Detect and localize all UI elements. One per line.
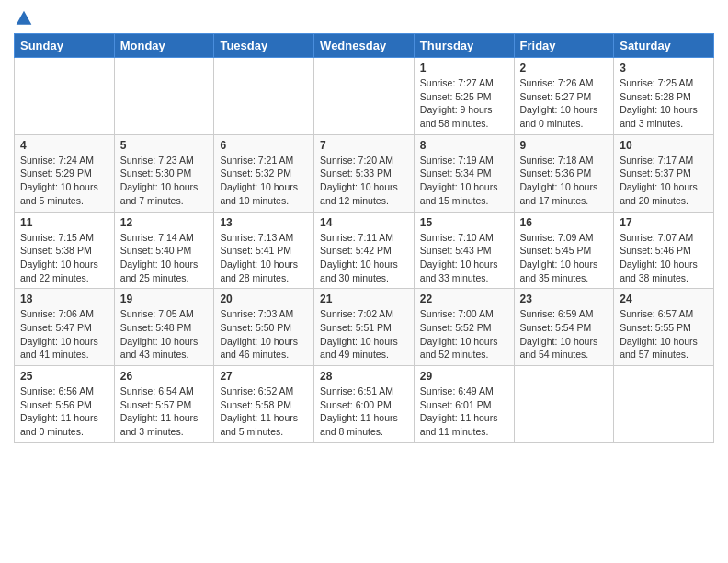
calendar-cell: 27Sunrise: 6:52 AMSunset: 5:58 PMDayligh… [214,366,314,443]
day-number: 7 [320,139,408,152]
day-info: Sunrise: 7:17 AMSunset: 5:37 PMDaylight:… [620,154,708,208]
day-info: Sunrise: 7:09 AMSunset: 5:45 PMDaylight:… [520,231,609,285]
weekday-header-thursday: Thursday [414,34,514,58]
calendar-week-4: 25Sunrise: 6:56 AMSunset: 5:56 PMDayligh… [15,366,714,443]
day-info: Sunrise: 6:51 AMSunset: 6:00 PMDaylight:… [320,385,408,439]
calendar-cell: 12Sunrise: 7:14 AMSunset: 5:40 PMDayligh… [114,212,214,289]
day-info: Sunrise: 7:10 AMSunset: 5:43 PMDaylight:… [420,231,508,285]
day-number: 15 [420,216,508,229]
calendar-cell [514,366,614,443]
day-number: 8 [420,139,508,152]
weekday-header-wednesday: Wednesday [314,34,415,58]
calendar-cell [214,58,314,135]
calendar-cell [314,58,415,135]
calendar-cell [114,58,214,135]
calendar-cell: 8Sunrise: 7:19 AMSunset: 5:34 PMDaylight… [414,134,514,212]
day-info: Sunrise: 6:52 AMSunset: 5:58 PMDaylight:… [220,385,308,439]
day-info: Sunrise: 7:25 AMSunset: 5:28 PMDaylight:… [620,76,708,131]
logo-text [14,9,33,28]
day-number: 19 [120,293,209,305]
day-info: Sunrise: 6:57 AMSunset: 5:55 PMDaylight:… [620,307,708,362]
calendar-week-0: 1Sunrise: 7:27 AMSunset: 5:25 PMDaylight… [15,58,714,135]
day-number: 27 [220,370,308,383]
day-number: 22 [420,293,508,305]
calendar-cell: 2Sunrise: 7:26 AMSunset: 5:27 PMDaylight… [514,58,614,135]
calendar-cell: 15Sunrise: 7:10 AMSunset: 5:43 PMDayligh… [414,212,514,289]
calendar-cell: 6Sunrise: 7:21 AMSunset: 5:32 PMDaylight… [214,134,314,212]
day-info: Sunrise: 7:13 AMSunset: 5:41 PMDaylight:… [220,231,308,285]
day-info: Sunrise: 7:02 AMSunset: 5:51 PMDaylight:… [320,307,408,362]
calendar-cell [614,366,714,443]
calendar-cell: 22Sunrise: 7:00 AMSunset: 5:52 PMDayligh… [414,289,514,366]
day-info: Sunrise: 7:23 AMSunset: 5:30 PMDaylight:… [120,154,209,208]
calendar-cell: 16Sunrise: 7:09 AMSunset: 5:45 PMDayligh… [514,212,614,289]
weekday-header-monday: Monday [114,34,214,58]
calendar-cell: 7Sunrise: 7:20 AMSunset: 5:33 PMDaylight… [314,134,415,212]
calendar-cell [15,58,115,135]
calendar-cell: 4Sunrise: 7:24 AMSunset: 5:29 PMDaylight… [15,134,115,212]
calendar-cell: 5Sunrise: 7:23 AMSunset: 5:30 PMDaylight… [114,134,214,212]
weekday-row: SundayMondayTuesdayWednesdayThursdayFrid… [15,34,714,58]
calendar-cell: 14Sunrise: 7:11 AMSunset: 5:42 PMDayligh… [314,212,415,289]
calendar-cell: 3Sunrise: 7:25 AMSunset: 5:28 PMDaylight… [614,58,714,135]
page: SundayMondayTuesdayWednesdayThursdayFrid… [0,0,728,453]
weekday-header-sunday: Sunday [15,34,115,58]
day-number: 12 [120,216,209,229]
day-info: Sunrise: 7:27 AMSunset: 5:25 PMDaylight:… [420,76,508,131]
day-number: 24 [620,293,708,305]
calendar-cell: 29Sunrise: 6:49 AMSunset: 6:01 PMDayligh… [414,366,514,443]
calendar-header: SundayMondayTuesdayWednesdayThursdayFrid… [15,34,714,58]
day-info: Sunrise: 7:07 AMSunset: 5:46 PMDaylight:… [620,231,708,285]
day-number: 23 [520,293,609,305]
day-info: Sunrise: 7:20 AMSunset: 5:33 PMDaylight:… [320,154,408,208]
day-info: Sunrise: 7:11 AMSunset: 5:42 PMDaylight:… [320,231,408,285]
calendar-cell: 1Sunrise: 7:27 AMSunset: 5:25 PMDaylight… [414,58,514,135]
calendar-table: SundayMondayTuesdayWednesdayThursdayFrid… [14,33,714,443]
weekday-header-friday: Friday [514,34,614,58]
day-number: 2 [520,62,609,75]
day-info: Sunrise: 7:15 AMSunset: 5:38 PMDaylight:… [20,231,108,285]
calendar-cell: 21Sunrise: 7:02 AMSunset: 5:51 PMDayligh… [314,289,415,366]
day-info: Sunrise: 7:03 AMSunset: 5:50 PMDaylight:… [220,307,308,362]
calendar-cell: 11Sunrise: 7:15 AMSunset: 5:38 PMDayligh… [15,212,115,289]
day-info: Sunrise: 7:06 AMSunset: 5:47 PMDaylight:… [20,307,108,362]
calendar-body: 1Sunrise: 7:27 AMSunset: 5:25 PMDaylight… [15,58,714,443]
day-info: Sunrise: 7:26 AMSunset: 5:27 PMDaylight:… [520,76,609,131]
day-info: Sunrise: 7:14 AMSunset: 5:40 PMDaylight:… [120,231,209,285]
day-info: Sunrise: 7:24 AMSunset: 5:29 PMDaylight:… [20,154,108,208]
weekday-header-saturday: Saturday [614,34,714,58]
day-number: 16 [520,216,609,229]
calendar-week-2: 11Sunrise: 7:15 AMSunset: 5:38 PMDayligh… [15,212,714,289]
day-number: 9 [520,139,609,152]
day-number: 21 [320,293,408,305]
calendar-cell: 10Sunrise: 7:17 AMSunset: 5:37 PMDayligh… [614,134,714,212]
day-info: Sunrise: 7:19 AMSunset: 5:34 PMDaylight:… [420,154,508,208]
calendar-cell: 9Sunrise: 7:18 AMSunset: 5:36 PMDaylight… [514,134,614,212]
day-number: 4 [20,139,108,152]
svg-marker-0 [17,11,32,25]
day-info: Sunrise: 6:59 AMSunset: 5:54 PMDaylight:… [520,307,609,362]
calendar-cell: 19Sunrise: 7:05 AMSunset: 5:48 PMDayligh… [114,289,214,366]
calendar-cell: 26Sunrise: 6:54 AMSunset: 5:57 PMDayligh… [114,366,214,443]
day-info: Sunrise: 6:56 AMSunset: 5:56 PMDaylight:… [20,385,108,439]
day-number: 6 [220,139,308,152]
calendar-cell: 28Sunrise: 6:51 AMSunset: 6:00 PMDayligh… [314,366,415,443]
day-number: 17 [620,216,708,229]
calendar-cell: 23Sunrise: 6:59 AMSunset: 5:54 PMDayligh… [514,289,614,366]
day-info: Sunrise: 6:49 AMSunset: 6:01 PMDaylight:… [420,385,508,439]
logo-icon [15,9,33,28]
day-info: Sunrise: 6:54 AMSunset: 5:57 PMDaylight:… [120,385,209,439]
day-number: 29 [420,370,508,383]
day-number: 14 [320,216,408,229]
day-number: 1 [420,62,508,75]
calendar-week-1: 4Sunrise: 7:24 AMSunset: 5:29 PMDaylight… [15,134,714,212]
calendar-cell: 25Sunrise: 6:56 AMSunset: 5:56 PMDayligh… [15,366,115,443]
day-number: 28 [320,370,408,383]
day-info: Sunrise: 7:21 AMSunset: 5:32 PMDaylight:… [220,154,308,208]
calendar-cell: 18Sunrise: 7:06 AMSunset: 5:47 PMDayligh… [15,289,115,366]
day-info: Sunrise: 7:18 AMSunset: 5:36 PMDaylight:… [520,154,609,208]
day-number: 20 [220,293,308,305]
calendar-cell: 20Sunrise: 7:03 AMSunset: 5:50 PMDayligh… [214,289,314,366]
day-number: 13 [220,216,308,229]
day-number: 3 [620,62,708,75]
